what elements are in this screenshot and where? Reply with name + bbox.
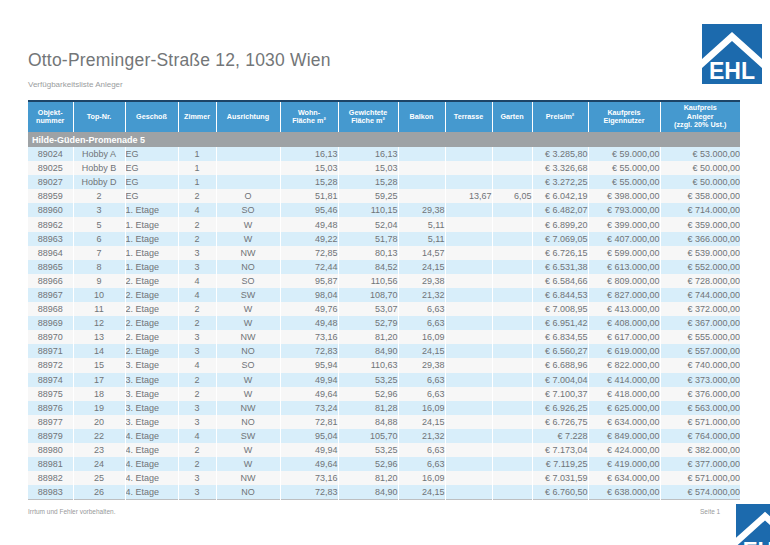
table-row: 88968112. Etage2W49,7653,076,63€ 7.008,9…: [28, 302, 740, 316]
table-cell: [492, 401, 532, 415]
table-cell: [445, 485, 492, 500]
table-cell: 4: [178, 288, 216, 302]
table-row: 88982254. Etage3NW73,1681,2016,09€ 7.031…: [28, 471, 740, 485]
column-header: Terrasse: [445, 101, 492, 132]
table-cell: 1. Etage: [125, 232, 178, 246]
table-row: 89027Hobby DEG115,2815,28€ 3.272,25€ 55.…: [28, 175, 740, 189]
table-cell: 95,46: [280, 203, 338, 217]
table-cell: [492, 302, 532, 316]
table-cell: € 619.000,00: [588, 344, 660, 358]
table-cell: 2. Etage: [125, 274, 178, 288]
table-row: 8896361. Etage2W49,2251,785,11€ 7.069,05…: [28, 232, 740, 246]
table-cell: 29,38: [398, 274, 445, 288]
table-cell: 2. Etage: [125, 288, 178, 302]
table-cell: 21,32: [398, 429, 445, 443]
table-cell: [492, 373, 532, 387]
table-cell: € 6.482,07: [532, 203, 588, 217]
table-cell: € 539.000,00: [660, 246, 740, 260]
availability-table: Objekt- nummerTop-Nr.GeschoßZimmerAusric…: [28, 100, 740, 500]
table-cell: € 6.560,27: [532, 344, 588, 358]
table-body: 89024Hobby AEG116,1316,13€ 3.285,80€ 59.…: [28, 147, 740, 500]
table-cell: 2: [178, 302, 216, 316]
table-cell: SO: [216, 274, 280, 288]
table-cell: € 55.000,00: [588, 175, 660, 189]
table-header: Objekt- nummerTop-Nr.GeschoßZimmerAusric…: [28, 101, 740, 147]
table-cell: 110,56: [338, 274, 398, 288]
table-cell: 59,25: [338, 189, 398, 203]
table-cell: 2: [178, 189, 216, 203]
table-cell: [445, 415, 492, 429]
table-cell: [398, 161, 445, 175]
table-cell: € 399.000,00: [588, 217, 660, 231]
table-cell: EG: [125, 161, 178, 175]
table-cell: [445, 330, 492, 344]
table-cell: 14,57: [398, 246, 445, 260]
table-cell: € 7.100,37: [532, 387, 588, 401]
table-cell: € 714.000,00: [660, 203, 740, 217]
table-cell: 2: [178, 217, 216, 231]
table-cell: 89025: [28, 161, 73, 175]
column-header: Kaufpreis Anleger (zzgl. 20% Ust.): [660, 101, 740, 132]
column-header: Objekt- nummer: [28, 101, 73, 132]
table-cell: 88982: [28, 471, 73, 485]
table-cell: € 7.008,95: [532, 302, 588, 316]
table-cell: Hobby D: [73, 175, 125, 189]
table-cell: 88983: [28, 485, 73, 500]
table-cell: € 7.004,04: [532, 373, 588, 387]
table-cell: 88971: [28, 344, 73, 358]
table-cell: 7: [73, 246, 125, 260]
table-cell: 22: [73, 429, 125, 443]
table-cell: 24: [73, 457, 125, 471]
table-cell: [492, 260, 532, 274]
table-cell: SO: [216, 358, 280, 372]
table-cell: € 372.000,00: [660, 302, 740, 316]
table-cell: W: [216, 316, 280, 330]
table-cell: € 424.000,00: [588, 443, 660, 457]
table-cell: 89027: [28, 175, 73, 189]
table-cell: [492, 316, 532, 330]
table-cell: € 740.000,00: [660, 358, 740, 372]
table-cell: 73,24: [280, 401, 338, 415]
table-cell: € 563.000,00: [660, 401, 740, 415]
table-cell: 2. Etage: [125, 344, 178, 358]
table-cell: € 59.000,00: [588, 147, 660, 161]
table-cell: EG: [125, 175, 178, 189]
table-cell: 19: [73, 401, 125, 415]
table-cell: 9: [73, 274, 125, 288]
table-row: 88983264. Etage3NO72,8384,9024,15€ 6.760…: [28, 485, 740, 500]
table-row: 8896251. Etage2W49,4852,045,11€ 6.899,20…: [28, 217, 740, 231]
table-cell: 3: [178, 330, 216, 344]
table-row: 889592EG2O51,8159,2513,676,05€ 6.042,19€…: [28, 189, 740, 203]
table-row: 88974173. Etage2W49,9453,256,63€ 7.004,0…: [28, 373, 740, 387]
table-row: 88969122. Etage2W49,4852,796,63€ 6.951,4…: [28, 316, 740, 330]
table-cell: € 398.000,00: [588, 189, 660, 203]
table-cell: 2: [178, 457, 216, 471]
table-cell: € 55.000,00: [588, 161, 660, 175]
table-cell: 3. Etage: [125, 358, 178, 372]
table-cell: € 6.042,19: [532, 189, 588, 203]
table-row: 8896031. Etage4SO95,46110,1529,38€ 6.482…: [28, 203, 740, 217]
table-cell: W: [216, 302, 280, 316]
table-cell: NW: [216, 330, 280, 344]
table-cell: [445, 457, 492, 471]
table-cell: 53,25: [338, 443, 398, 457]
table-cell: 72,85: [280, 246, 338, 260]
table-cell: € 3.272,25: [532, 175, 588, 189]
table-cell: 51,78: [338, 232, 398, 246]
table-cell: € 552.000,00: [660, 260, 740, 274]
table-cell: € 557.000,00: [660, 344, 740, 358]
table-cell: € 6.844,53: [532, 288, 588, 302]
table-cell: 6,63: [398, 443, 445, 457]
table-cell: 24,15: [398, 344, 445, 358]
ehl-logo-icon: EHL: [702, 24, 762, 84]
table-cell: 88964: [28, 246, 73, 260]
column-header: Top-Nr.: [73, 101, 125, 132]
table-cell: 88970: [28, 330, 73, 344]
table-cell: 73,16: [280, 330, 338, 344]
ehl-logo-bottom-icon: EHL: [736, 504, 770, 545]
table-row: 89025Hobby BEG115,0315,03€ 3.326,68€ 55.…: [28, 161, 740, 175]
table-cell: € 638.000,00: [588, 485, 660, 500]
table-cell: W: [216, 387, 280, 401]
table-cell: 20: [73, 415, 125, 429]
table-cell: NW: [216, 246, 280, 260]
